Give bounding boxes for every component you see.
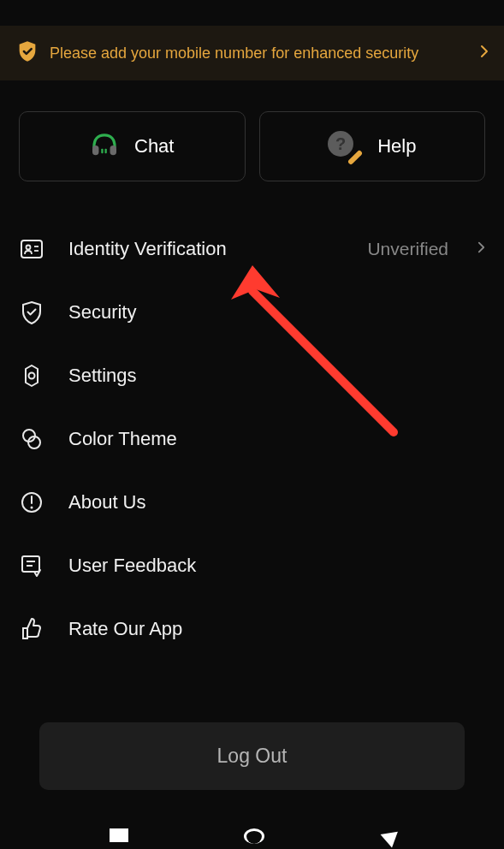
id-card-icon bbox=[19, 236, 44, 262]
identity-status: Unverified bbox=[367, 239, 448, 259]
menu-user-feedback[interactable]: User Feedback bbox=[19, 534, 485, 597]
menu-rate-app[interactable]: Rate Our App bbox=[19, 597, 485, 661]
logout-button[interactable]: Log Out bbox=[39, 722, 465, 790]
svg-rect-1 bbox=[110, 145, 116, 155]
settings-menu: Identity Verification Unverified Securit… bbox=[0, 197, 504, 661]
chevron-right-icon bbox=[477, 240, 485, 258]
action-button-row: Chat ? Help bbox=[0, 96, 504, 197]
nav-back-icon[interactable] bbox=[377, 827, 398, 848]
help-button[interactable]: ? Help bbox=[259, 111, 486, 181]
shield-icon bbox=[19, 300, 44, 325]
svg-rect-0 bbox=[92, 145, 98, 155]
nav-home-icon[interactable] bbox=[244, 828, 264, 844]
thumbs-up-icon bbox=[19, 616, 44, 642]
logout-label: Log Out bbox=[217, 745, 288, 767]
chevron-right-icon bbox=[480, 45, 489, 62]
theme-label: Color Theme bbox=[68, 428, 485, 450]
chat-button[interactable]: Chat bbox=[19, 111, 246, 181]
security-label: Security bbox=[68, 301, 485, 324]
svg-rect-4 bbox=[21, 240, 42, 258]
android-nav-bar bbox=[0, 828, 504, 849]
rate-label: Rate Our App bbox=[68, 618, 485, 640]
svg-rect-2 bbox=[101, 149, 103, 154]
svg-rect-3 bbox=[104, 149, 106, 154]
menu-settings[interactable]: Settings bbox=[19, 344, 485, 407]
info-icon bbox=[19, 490, 44, 515]
menu-about-us[interactable]: About Us bbox=[19, 471, 485, 534]
theme-icon bbox=[19, 426, 44, 452]
security-banner[interactable]: Please add your mobile number for enhanc… bbox=[0, 26, 504, 80]
feedback-icon bbox=[19, 553, 44, 579]
svg-point-8 bbox=[29, 373, 35, 379]
svg-point-5 bbox=[27, 246, 31, 250]
shield-check-icon bbox=[15, 39, 39, 67]
banner-text: Please add your mobile number for enhanc… bbox=[50, 45, 470, 62]
help-magnifier-icon: ? bbox=[328, 131, 362, 162]
help-label: Help bbox=[377, 135, 416, 157]
svg-point-13 bbox=[31, 507, 33, 509]
menu-identity-verification[interactable]: Identity Verification Unverified bbox=[19, 217, 485, 281]
svg-rect-14 bbox=[22, 556, 39, 572]
menu-color-theme[interactable]: Color Theme bbox=[19, 407, 485, 471]
chat-label: Chat bbox=[134, 135, 174, 157]
settings-label: Settings bbox=[68, 365, 485, 387]
about-label: About Us bbox=[68, 491, 485, 514]
nav-recent-icon[interactable] bbox=[110, 828, 128, 842]
headset-icon bbox=[90, 133, 119, 160]
feedback-label: User Feedback bbox=[68, 555, 485, 577]
identity-label: Identity Verification bbox=[68, 238, 343, 260]
gear-icon bbox=[19, 363, 44, 389]
menu-security[interactable]: Security bbox=[19, 281, 485, 344]
